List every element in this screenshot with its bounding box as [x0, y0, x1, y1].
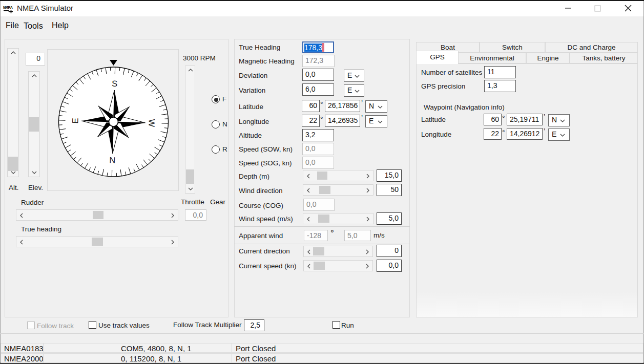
svg-text:N: N	[109, 156, 115, 165]
svg-text:NMEA: NMEA	[3, 6, 13, 11]
svg-text:W: W	[147, 119, 156, 127]
svg-text:S: S	[112, 79, 118, 88]
svg-text:E: E	[70, 118, 79, 124]
